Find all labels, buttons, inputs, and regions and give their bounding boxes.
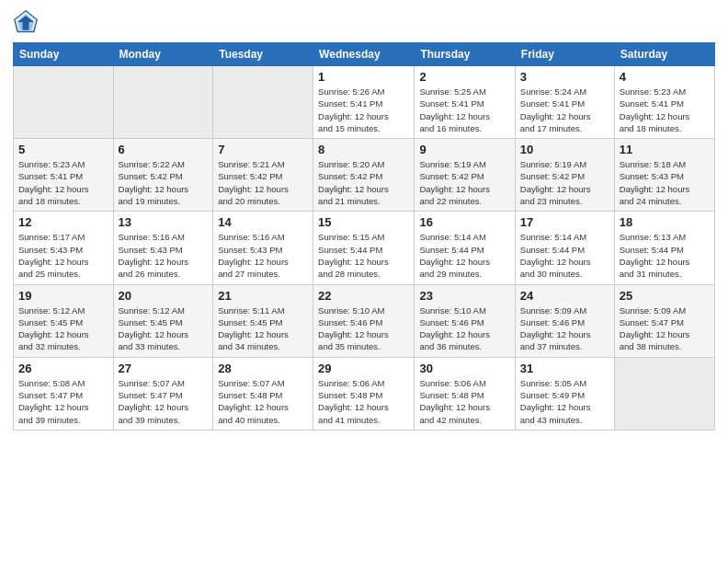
day-number: 7: [218, 143, 308, 156]
calendar-cell: 4Sunrise: 5:23 AM Sunset: 5:41 PM Daylig…: [614, 66, 714, 139]
calendar-cell: 3Sunrise: 5:24 AM Sunset: 5:41 PM Daylig…: [515, 66, 614, 139]
header: [13, 9, 715, 35]
day-info: Sunrise: 5:07 AM Sunset: 5:47 PM Dayligh…: [119, 377, 209, 426]
day-info: Sunrise: 5:09 AM Sunset: 5:46 PM Dayligh…: [520, 304, 609, 353]
day-info: Sunrise: 5:08 AM Sunset: 5:47 PM Dayligh…: [18, 377, 108, 426]
day-info: Sunrise: 5:10 AM Sunset: 5:46 PM Dayligh…: [419, 304, 509, 353]
calendar-cell: 10Sunrise: 5:19 AM Sunset: 5:42 PM Dayli…: [515, 139, 614, 212]
day-info: Sunrise: 5:12 AM Sunset: 5:45 PM Dayligh…: [18, 304, 108, 353]
day-number: 28: [218, 362, 308, 375]
day-number: 1: [318, 70, 409, 84]
day-number: 24: [520, 289, 609, 303]
day-info: Sunrise: 5:16 AM Sunset: 5:43 PM Dayligh…: [218, 231, 308, 280]
calendar-cell: [113, 66, 213, 139]
day-number: 17: [520, 215, 609, 229]
calendar-cell: 8Sunrise: 5:20 AM Sunset: 5:42 PM Daylig…: [313, 139, 415, 212]
day-number: 16: [419, 215, 509, 229]
day-number: 6: [119, 143, 209, 156]
calendar-cell: 15Sunrise: 5:15 AM Sunset: 5:44 PM Dayli…: [313, 212, 415, 284]
calendar-cell: 16Sunrise: 5:14 AM Sunset: 5:44 PM Dayli…: [415, 212, 515, 284]
day-number: 10: [520, 143, 609, 156]
calendar-cell: [614, 357, 714, 430]
day-info: Sunrise: 5:09 AM Sunset: 5:47 PM Dayligh…: [620, 304, 710, 353]
day-info: Sunrise: 5:18 AM Sunset: 5:43 PM Dayligh…: [620, 158, 710, 207]
calendar-row-0: 1Sunrise: 5:26 AM Sunset: 5:41 PM Daylig…: [14, 66, 715, 139]
calendar-cell: 22Sunrise: 5:10 AM Sunset: 5:46 PM Dayli…: [313, 284, 415, 357]
calendar-cell: 1Sunrise: 5:26 AM Sunset: 5:41 PM Daylig…: [313, 66, 415, 139]
day-info: Sunrise: 5:07 AM Sunset: 5:48 PM Dayligh…: [218, 377, 308, 426]
day-number: 18: [620, 215, 710, 229]
day-info: Sunrise: 5:11 AM Sunset: 5:45 PM Dayligh…: [218, 304, 308, 353]
calendar: SundayMondayTuesdayWednesdayThursdayFrid…: [13, 42, 715, 431]
day-number: 9: [419, 143, 509, 156]
calendar-cell: 17Sunrise: 5:14 AM Sunset: 5:44 PM Dayli…: [515, 212, 614, 284]
day-info: Sunrise: 5:12 AM Sunset: 5:45 PM Dayligh…: [119, 304, 209, 353]
calendar-cell: 19Sunrise: 5:12 AM Sunset: 5:45 PM Dayli…: [14, 284, 114, 357]
day-number: 31: [520, 362, 609, 375]
day-info: Sunrise: 5:14 AM Sunset: 5:44 PM Dayligh…: [419, 231, 509, 280]
day-info: Sunrise: 5:19 AM Sunset: 5:42 PM Dayligh…: [520, 158, 609, 207]
weekday-header-row: SundayMondayTuesdayWednesdayThursdayFrid…: [14, 43, 715, 66]
day-info: Sunrise: 5:26 AM Sunset: 5:41 PM Dayligh…: [318, 86, 409, 134]
calendar-cell: [14, 66, 114, 139]
weekday-header-wednesday: Wednesday: [313, 43, 415, 66]
day-info: Sunrise: 5:24 AM Sunset: 5:41 PM Dayligh…: [520, 86, 609, 134]
calendar-cell: 25Sunrise: 5:09 AM Sunset: 5:47 PM Dayli…: [614, 284, 714, 357]
day-info: Sunrise: 5:14 AM Sunset: 5:44 PM Dayligh…: [520, 231, 609, 280]
calendar-cell: 11Sunrise: 5:18 AM Sunset: 5:43 PM Dayli…: [614, 139, 714, 212]
calendar-cell: 21Sunrise: 5:11 AM Sunset: 5:45 PM Dayli…: [213, 284, 313, 357]
day-info: Sunrise: 5:13 AM Sunset: 5:44 PM Dayligh…: [620, 231, 710, 280]
calendar-cell: 6Sunrise: 5:22 AM Sunset: 5:42 PM Daylig…: [113, 139, 213, 212]
day-info: Sunrise: 5:06 AM Sunset: 5:48 PM Dayligh…: [318, 377, 409, 426]
day-number: 27: [119, 362, 209, 375]
day-number: 14: [218, 215, 308, 229]
day-info: Sunrise: 5:16 AM Sunset: 5:43 PM Dayligh…: [119, 231, 209, 280]
calendar-cell: 9Sunrise: 5:19 AM Sunset: 5:42 PM Daylig…: [415, 139, 515, 212]
day-info: Sunrise: 5:20 AM Sunset: 5:42 PM Dayligh…: [318, 158, 409, 207]
day-number: 8: [318, 143, 409, 156]
weekday-header-monday: Monday: [113, 43, 213, 66]
calendar-cell: 27Sunrise: 5:07 AM Sunset: 5:47 PM Dayli…: [113, 357, 213, 430]
day-number: 20: [119, 289, 209, 303]
day-info: Sunrise: 5:10 AM Sunset: 5:46 PM Dayligh…: [318, 304, 409, 353]
page: SundayMondayTuesdayWednesdayThursdayFrid…: [0, 0, 728, 563]
calendar-cell: 26Sunrise: 5:08 AM Sunset: 5:47 PM Dayli…: [14, 357, 114, 430]
day-info: Sunrise: 5:22 AM Sunset: 5:42 PM Dayligh…: [119, 158, 209, 207]
day-number: 22: [318, 289, 409, 303]
day-info: Sunrise: 5:15 AM Sunset: 5:44 PM Dayligh…: [318, 231, 409, 280]
logo: [13, 9, 42, 35]
calendar-cell: 2Sunrise: 5:25 AM Sunset: 5:41 PM Daylig…: [415, 66, 515, 139]
day-number: 11: [620, 143, 710, 156]
day-number: 29: [318, 362, 409, 375]
weekday-header-thursday: Thursday: [415, 43, 515, 66]
calendar-row-3: 19Sunrise: 5:12 AM Sunset: 5:45 PM Dayli…: [14, 284, 715, 357]
calendar-cell: 30Sunrise: 5:06 AM Sunset: 5:48 PM Dayli…: [415, 357, 515, 430]
day-info: Sunrise: 5:19 AM Sunset: 5:42 PM Dayligh…: [419, 158, 509, 207]
weekday-header-friday: Friday: [515, 43, 614, 66]
calendar-cell: 5Sunrise: 5:23 AM Sunset: 5:41 PM Daylig…: [14, 139, 114, 212]
calendar-cell: 20Sunrise: 5:12 AM Sunset: 5:45 PM Dayli…: [113, 284, 213, 357]
calendar-row-1: 5Sunrise: 5:23 AM Sunset: 5:41 PM Daylig…: [14, 139, 715, 212]
day-number: 15: [318, 215, 409, 229]
logo-icon: [13, 9, 39, 35]
calendar-cell: 14Sunrise: 5:16 AM Sunset: 5:43 PM Dayli…: [213, 212, 313, 284]
day-number: 25: [620, 289, 710, 303]
day-number: 30: [419, 362, 509, 375]
calendar-cell: 31Sunrise: 5:05 AM Sunset: 5:49 PM Dayli…: [515, 357, 614, 430]
day-number: 19: [18, 289, 108, 303]
calendar-cell: 28Sunrise: 5:07 AM Sunset: 5:48 PM Dayli…: [213, 357, 313, 430]
calendar-cell: 24Sunrise: 5:09 AM Sunset: 5:46 PM Dayli…: [515, 284, 614, 357]
day-info: Sunrise: 5:23 AM Sunset: 5:41 PM Dayligh…: [18, 158, 108, 207]
day-number: 21: [218, 289, 308, 303]
calendar-row-2: 12Sunrise: 5:17 AM Sunset: 5:43 PM Dayli…: [14, 212, 715, 284]
day-info: Sunrise: 5:25 AM Sunset: 5:41 PM Dayligh…: [419, 86, 509, 134]
day-number: 5: [18, 143, 108, 156]
weekday-header-sunday: Sunday: [14, 43, 114, 66]
day-info: Sunrise: 5:23 AM Sunset: 5:41 PM Dayligh…: [620, 86, 710, 134]
calendar-cell: 18Sunrise: 5:13 AM Sunset: 5:44 PM Dayli…: [614, 212, 714, 284]
calendar-cell: 23Sunrise: 5:10 AM Sunset: 5:46 PM Dayli…: [415, 284, 515, 357]
weekday-header-saturday: Saturday: [614, 43, 714, 66]
day-number: 12: [18, 215, 108, 229]
day-number: 23: [419, 289, 509, 303]
day-number: 2: [419, 70, 509, 84]
